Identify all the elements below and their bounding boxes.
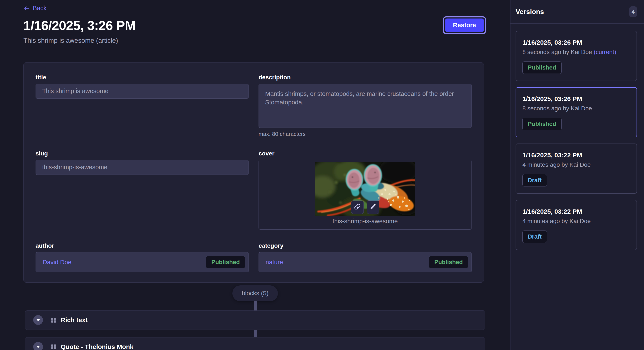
version-status-badge: Draft [522, 230, 547, 243]
title-input[interactable]: This shrimp is awesome [36, 84, 249, 99]
connector-line [254, 330, 256, 337]
version-date: 1/16/2025, 03:22 PM [522, 152, 630, 159]
description-textarea[interactable]: Mantis shrimps, or stomatopods, are mari… [258, 84, 472, 128]
cover-label: cover [258, 150, 472, 157]
page-title: 1/16/2025, 3:26 PM [24, 18, 487, 33]
blocks-count-pill: blocks (5) [232, 285, 278, 301]
version-card-selected[interactable]: 1/16/2025, 03:26 PM 8 seconds ago by Kai… [516, 87, 637, 137]
restore-button[interactable]: Restore [445, 18, 484, 32]
block-item-label: Rich text [61, 316, 88, 324]
description-label: description [258, 74, 472, 81]
description-hint: max. 80 characters [258, 131, 472, 137]
title-label: title [36, 74, 249, 81]
back-link[interactable]: Back [24, 5, 46, 12]
copy-link-button[interactable] [351, 200, 364, 214]
block-item-label: Quote - Thelonius Monk [61, 343, 134, 350]
versions-header: Versions 4 [510, 0, 644, 24]
version-meta: 4 minutes ago by Kai Doe [522, 218, 630, 224]
versions-sidebar: Versions 4 1/16/2025, 03:26 PM 8 seconds… [510, 0, 644, 350]
category-relation-box: nature Published [258, 252, 472, 272]
cover-caption: this-shrimp-is-awesome [332, 218, 398, 225]
connector-line [254, 301, 256, 311]
slug-label: slug [36, 150, 249, 157]
edit-cover-button[interactable] [367, 200, 379, 214]
page-subtitle: This shrimp is awesome (article) [24, 37, 487, 44]
author-status-badge: Published [206, 256, 245, 268]
component-grid-icon [51, 345, 56, 349]
component-grid-icon [51, 318, 56, 323]
block-item-rich-text[interactable]: Rich text [25, 311, 485, 330]
cover-actions [351, 200, 379, 214]
version-date: 1/16/2025, 03:26 PM [522, 39, 630, 46]
category-relation-link[interactable]: nature [266, 259, 283, 266]
cover-box: this-shrimp-is-awesome [258, 160, 472, 230]
caret-down-icon [36, 319, 40, 321]
expand-toggle-button[interactable] [33, 315, 43, 325]
slug-input[interactable]: this-shrimp-is-awesome [36, 160, 249, 175]
field-category: category nature Published [258, 242, 472, 272]
version-meta: 8 seconds ago by Kai Doe [522, 105, 630, 112]
field-description: description Mantis shrimps, or stomatopo… [258, 74, 472, 137]
category-label: category [258, 242, 472, 249]
current-tag: (current) [594, 49, 616, 55]
versions-list: 1/16/2025, 03:26 PM 8 seconds ago by Kai… [510, 24, 644, 255]
expand-toggle-button[interactable] [33, 342, 43, 350]
version-status-badge: Published [522, 61, 562, 74]
field-cover: cover [258, 150, 472, 230]
author-label: author [36, 242, 249, 249]
cover-media [315, 162, 415, 216]
version-status-badge: Published [522, 118, 562, 130]
back-label[interactable]: Back [33, 5, 46, 12]
main-content: Back 1/16/2025, 3:26 PM This shrimp is a… [0, 0, 510, 350]
versions-count-badge: 4 [629, 6, 637, 17]
version-fields-card: title This shrimp is awesome description… [24, 62, 484, 283]
author-relation-link[interactable]: David Doe [42, 259, 71, 266]
version-meta: 4 minutes ago by Kai Doe [522, 161, 630, 168]
back-arrow-icon [24, 5, 30, 11]
link-icon [354, 203, 361, 211]
blocks-dynamic-zone: blocks (5) Rich text Quote - Thelonius M… [24, 285, 487, 350]
field-slug: slug this-shrimp-is-awesome [36, 150, 249, 230]
version-meta: 8 seconds ago by Kai Doe (current) [522, 49, 630, 55]
version-date: 1/16/2025, 03:26 PM [522, 95, 630, 103]
version-card[interactable]: 1/16/2025, 03:22 PM 4 minutes ago by Kai… [516, 144, 637, 194]
versions-title: Versions [516, 8, 544, 16]
restore-button-focus-ring: Restore [443, 16, 486, 34]
version-card[interactable]: 1/16/2025, 03:22 PM 4 minutes ago by Kai… [516, 200, 637, 250]
caret-down-icon [36, 346, 40, 348]
version-status-badge: Draft [522, 174, 547, 186]
author-relation-box: David Doe Published [36, 252, 249, 272]
category-status-badge: Published [429, 256, 468, 268]
field-author: author David Doe Published [36, 242, 249, 272]
pencil-icon [370, 203, 376, 211]
version-card[interactable]: 1/16/2025, 03:26 PM 8 seconds ago by Kai… [516, 31, 637, 81]
block-item-quote[interactable]: Quote - Thelonius Monk [25, 337, 485, 350]
field-title: title This shrimp is awesome [36, 74, 249, 137]
version-date: 1/16/2025, 03:22 PM [522, 208, 630, 215]
